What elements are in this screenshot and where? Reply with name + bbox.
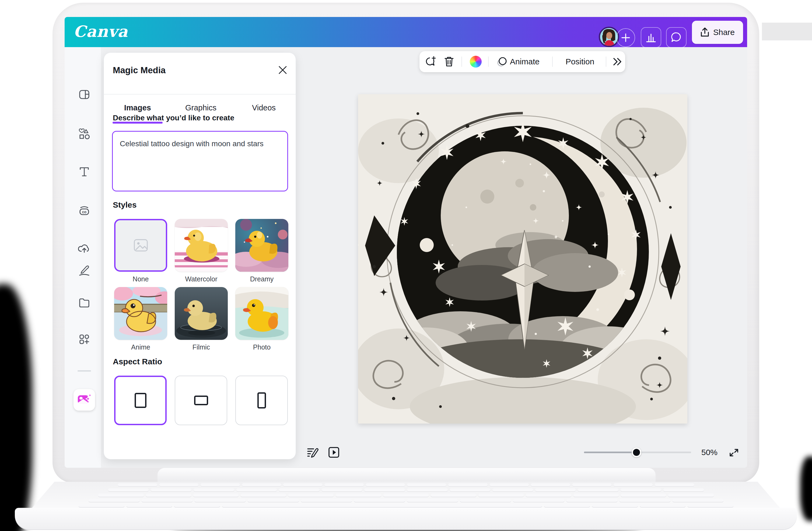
sidebar-item-elements[interactable] (78, 128, 90, 140)
sidebar-item-apps[interactable] (78, 333, 90, 345)
sidebar-item-magic-media[interactable] (73, 389, 95, 411)
object-toolbar: Animate Position (419, 51, 625, 72)
style-label: None (114, 275, 167, 283)
fullscreen-button[interactable] (727, 446, 740, 459)
toolbar-divider (552, 57, 553, 67)
sidebar-item-text[interactable] (78, 166, 90, 178)
design-icon (78, 88, 90, 101)
brand-icon: co (78, 204, 90, 217)
close-icon (278, 66, 287, 75)
share-button[interactable]: Share (692, 21, 743, 44)
more-tools-button[interactable] (611, 55, 624, 68)
insights-button[interactable] (641, 27, 661, 48)
magic-media-icon (77, 394, 91, 406)
delete-button[interactable] (443, 55, 455, 68)
image-placeholder-icon (133, 238, 149, 253)
aspect-option-landscape[interactable] (175, 376, 227, 425)
aspect-ratio-heading: Aspect Ratio (113, 357, 162, 366)
style-option-anime[interactable] (114, 287, 167, 340)
comments-button[interactable] (666, 27, 686, 48)
edge-mark (0, 484, 4, 489)
toolbar-divider (606, 57, 606, 67)
styles-heading: Styles (113, 200, 136, 210)
add-design-button[interactable] (616, 28, 635, 47)
aspect-option-square[interactable] (114, 376, 166, 425)
upload-cloud-icon (78, 243, 90, 255)
style-label: Photo (235, 343, 288, 351)
anime-duck-thumbnail (114, 287, 167, 340)
animate-button[interactable]: Animate (510, 51, 539, 72)
avatar-image (600, 28, 618, 46)
notes-icon (306, 446, 319, 459)
watercolor-duck-thumbnail (175, 219, 228, 272)
laptop-keyboard-deck (30, 482, 782, 510)
double-chevron-icon (612, 57, 622, 67)
canva-logo: Canva (73, 22, 128, 41)
app-header: Canva (64, 17, 747, 47)
sidebar-divider (77, 370, 91, 372)
animate-icon (495, 55, 508, 68)
aspect-option-portrait[interactable] (235, 376, 288, 425)
style-label: Filmic (175, 343, 228, 351)
trash-icon (444, 56, 455, 68)
background-shadow-right (800, 456, 812, 521)
text-icon (78, 166, 90, 178)
landscape-ratio-icon (194, 396, 208, 405)
portrait-ratio-icon (257, 392, 266, 408)
filmic-duck-thumbnail (175, 287, 228, 340)
close-panel-button[interactable] (277, 64, 288, 75)
editor-sidebar: co (64, 47, 101, 468)
edge-mark (0, 492, 3, 496)
zoom-slider-thumb[interactable] (632, 447, 641, 457)
sidebar-item-uploads[interactable] (78, 243, 90, 255)
toolbar-divider (488, 57, 489, 67)
style-option-watercolor[interactable] (175, 219, 228, 272)
sidebar-item-draw[interactable] (78, 264, 90, 277)
laptop-base (15, 508, 797, 529)
zoom-percentage: 50% (695, 448, 724, 457)
canvas-artwork-celestial-tattoo[interactable] (358, 94, 687, 424)
style-option-filmic[interactable] (175, 287, 228, 340)
elements-shapes-icon (78, 128, 90, 140)
style-label: Dreamy (235, 275, 288, 283)
add-comment-button[interactable] (424, 55, 437, 68)
background-band (762, 23, 812, 40)
square-ratio-icon (135, 393, 146, 408)
sidebar-item-projects[interactable] (78, 297, 90, 309)
play-icon (328, 446, 340, 459)
prompt-label: Describe what you’d like to create (113, 114, 234, 122)
bar-chart-icon (646, 32, 656, 43)
tab-videos[interactable]: Videos (245, 103, 283, 112)
apps-grid-icon (78, 333, 90, 345)
sidebar-item-brand[interactable]: co (78, 204, 90, 217)
present-button[interactable] (328, 446, 340, 459)
magic-media-panel: Magic Media Images Graphics Videos Descr… (104, 53, 296, 459)
add-comment-icon (425, 56, 437, 68)
share-label: Share (713, 28, 735, 37)
style-option-photo[interactable] (235, 287, 288, 340)
style-label: Anime (114, 343, 167, 351)
zoom-slider[interactable] (584, 451, 691, 453)
toolbar-divider (462, 57, 462, 67)
laptop-keyboard (77, 483, 735, 507)
photo-duck-thumbnail (235, 287, 288, 340)
style-option-dreamy[interactable] (235, 219, 288, 272)
canva-app-window: Canva (64, 17, 747, 468)
position-button[interactable]: Position (564, 51, 596, 72)
style-option-none[interactable] (114, 219, 167, 272)
tab-graphics[interactable]: Graphics (182, 103, 220, 112)
laptop-mockup-scene: Canva (0, 0, 812, 531)
tab-images[interactable]: Images (119, 103, 156, 112)
color-picker-button[interactable] (470, 56, 482, 68)
speech-bubble-icon (671, 32, 682, 43)
sidebar-item-design[interactable] (78, 88, 90, 101)
panel-title: Magic Media (113, 65, 165, 75)
notes-button[interactable] (306, 446, 319, 459)
style-label: Watercolor (175, 275, 228, 283)
dreamy-duck-thumbnail (235, 219, 288, 272)
draw-pen-icon (78, 264, 90, 277)
expand-icon (728, 447, 740, 459)
prompt-input[interactable]: Celestial tattoo design with moon and st… (112, 131, 288, 191)
zoom-slider-fill (584, 451, 636, 453)
share-upload-icon (700, 27, 709, 37)
